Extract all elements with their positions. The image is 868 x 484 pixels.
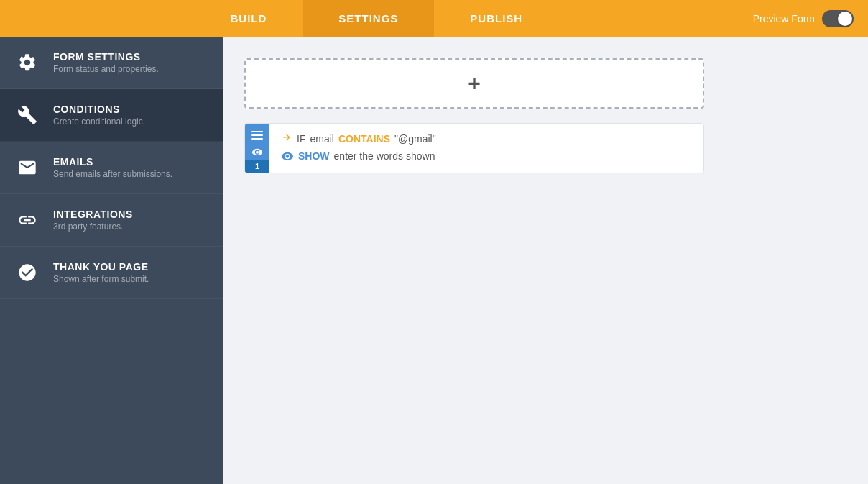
tab-build[interactable]: BUILD — [194, 0, 303, 37]
sidebar-item-conditions[interactable]: CONDITIONS Create conditional logic. — [0, 89, 223, 142]
condition-show-label: SHOW — [298, 150, 330, 162]
link-icon — [14, 207, 40, 233]
condition-if-row: IF email CONTAINS "@gmail" — [281, 132, 692, 145]
sidebar-title-emails: EMAILS — [53, 156, 172, 168]
sidebar-text-thank-you-page: THANK YOU PAGE Shown after form submit. — [53, 261, 149, 284]
condition-left-bar: 1 — [245, 124, 269, 173]
sidebar-text-emails: EMAILS Send emails after submissions. — [53, 156, 172, 179]
content-area: + 1 — [223, 37, 868, 484]
sidebar-item-thank-you-page[interactable]: THANK YOU PAGE Shown after form submit. — [0, 247, 223, 299]
svg-rect-0 — [251, 131, 263, 132]
wrench-icon — [14, 102, 40, 128]
sidebar: FORM SETTINGS Form status and properties… — [0, 37, 223, 484]
check-circle-icon — [14, 260, 40, 286]
sidebar-item-emails[interactable]: EMAILS Send emails after submissions. — [0, 142, 223, 194]
sidebar-title-conditions: CONDITIONS — [53, 104, 145, 115]
gear-icon — [14, 50, 40, 76]
header: BUILD SETTINGS PUBLISH Preview Form — [0, 0, 868, 37]
tab-settings[interactable]: SETTINGS — [303, 0, 434, 37]
condition-field: email — [310, 133, 333, 145]
condition-show-row: SHOW enter the words shown — [281, 150, 692, 162]
sidebar-item-form-settings[interactable]: FORM SETTINGS Form status and properties… — [0, 37, 223, 89]
sidebar-title-form-settings: FORM SETTINGS — [53, 51, 159, 63]
header-right: Preview Form — [753, 10, 868, 27]
tab-publish[interactable]: PUBLISH — [434, 0, 558, 37]
add-condition-button[interactable]: + — [244, 58, 704, 109]
sidebar-text-conditions: CONDITIONS Create conditional logic. — [53, 104, 145, 127]
sidebar-text-integrations: INTEGRATIONS 3rd party features. — [53, 209, 133, 232]
toggle-knob — [838, 12, 852, 26]
svg-rect-1 — [251, 134, 263, 136]
sidebar-title-thank-you-page: THANK YOU PAGE — [53, 261, 149, 273]
condition-if-arrow — [281, 132, 292, 145]
lines-icon — [251, 131, 263, 141]
header-tabs: BUILD SETTINGS PUBLISH — [0, 0, 753, 37]
main: FORM SETTINGS Form status and properties… — [0, 37, 868, 484]
sidebar-title-integrations: INTEGRATIONS — [53, 209, 133, 220]
condition-number: 1 — [245, 160, 269, 173]
preview-form-label: Preview Form — [753, 13, 815, 24]
condition-if-label: IF — [297, 133, 305, 145]
sidebar-text-form-settings: FORM SETTINGS Form status and properties… — [53, 51, 159, 74]
sidebar-subtitle-thank-you-page: Shown after form submit. — [53, 274, 149, 284]
condition-card: 1 IF email CONTAINS "@gmail" SHOW enter … — [244, 123, 704, 173]
preview-form-toggle[interactable] — [822, 10, 854, 27]
condition-action-text: enter the words shown — [334, 150, 435, 162]
sidebar-subtitle-form-settings: Form status and properties. — [53, 64, 159, 74]
condition-value: "@gmail" — [394, 133, 436, 145]
sidebar-item-integrations[interactable]: INTEGRATIONS 3rd party features. — [0, 194, 223, 247]
condition-bar-icons — [251, 124, 263, 160]
envelope-icon — [14, 155, 40, 181]
sidebar-subtitle-emails: Send emails after submissions. — [53, 169, 172, 179]
eye-icon — [251, 147, 263, 155]
plus-icon: + — [468, 71, 481, 96]
condition-body: IF email CONTAINS "@gmail" SHOW enter th… — [269, 124, 703, 173]
condition-operator: CONTAINS — [338, 133, 390, 145]
svg-rect-2 — [251, 138, 263, 140]
condition-show-eye — [281, 150, 294, 162]
sidebar-subtitle-integrations: 3rd party features. — [53, 222, 133, 232]
sidebar-subtitle-conditions: Create conditional logic. — [53, 117, 145, 127]
